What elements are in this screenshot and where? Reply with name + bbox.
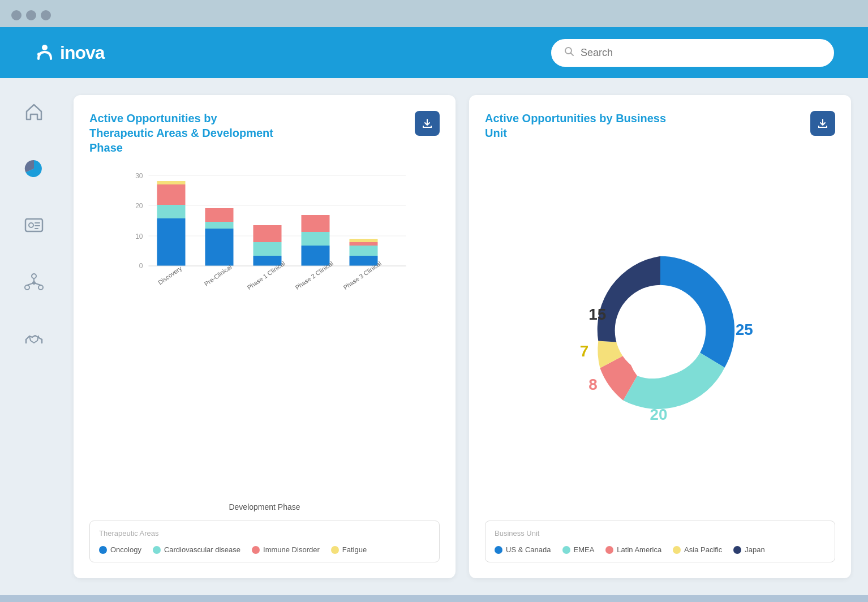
card1-download-button[interactable] <box>415 111 440 136</box>
svg-text:Pre-Clinical: Pre-Clinical <box>203 264 233 287</box>
legend-title: Therapeutic Areas <box>99 529 430 538</box>
card2-legend: Business Unit US & Canada EMEA Latin Ame… <box>485 521 835 562</box>
donut-container: 15 25 20 8 7 <box>485 149 835 511</box>
svg-point-11 <box>38 285 43 290</box>
svg-text:8: 8 <box>588 376 597 393</box>
sidebar-item-analytics[interactable] <box>17 152 51 186</box>
bar-chart-container: 30 20 10 0 <box>89 164 440 491</box>
immune-label: Immune Disorder <box>263 545 320 554</box>
svg-rect-26 <box>157 184 186 205</box>
svg-text:20: 20 <box>650 406 667 423</box>
sidebar-item-network[interactable] <box>17 265 51 299</box>
svg-rect-40 <box>350 239 378 242</box>
svg-line-3 <box>571 53 574 55</box>
fatigue-color <box>331 546 339 554</box>
legend-item-asia-pacific: Asia Pacific <box>673 545 722 554</box>
network-icon <box>22 269 46 294</box>
legend-item-fatigue: Fatigue <box>331 545 367 554</box>
asia-pacific-color <box>673 546 681 554</box>
logo-icon <box>34 42 55 63</box>
fatigue-label: Fatigue <box>342 545 367 554</box>
window-chrome <box>0 0 868 27</box>
card1-header: Active Opportunities by Therapeutic Area… <box>89 111 440 155</box>
legend-item-emea: EMEA <box>562 545 595 554</box>
card2-header: Active Opportunities by Business Unit <box>485 111 835 140</box>
logo: inova <box>34 42 105 63</box>
legend-item-immune: Immune Disorder <box>252 545 320 554</box>
emea-color <box>562 546 570 554</box>
pie-chart-icon <box>22 156 46 181</box>
svg-text:15: 15 <box>588 306 606 323</box>
home-icon <box>22 100 46 124</box>
legend-item-japan: Japan <box>733 545 764 554</box>
svg-text:20: 20 <box>135 202 143 210</box>
legend-item-cardio: Cardiovascular disease <box>153 545 240 554</box>
svg-point-15 <box>32 281 36 285</box>
svg-point-10 <box>25 285 29 290</box>
svg-text:10: 10 <box>135 233 143 240</box>
header: inova <box>0 27 868 78</box>
donut-svg: 15 25 20 8 7 <box>564 234 757 427</box>
svg-rect-32 <box>253 242 282 256</box>
svg-text:0: 0 <box>139 262 143 270</box>
emea-label: EMEA <box>574 545 595 554</box>
us-canada-label: US & Canada <box>506 545 551 554</box>
bar-chart-svg: 30 20 10 0 <box>89 164 440 322</box>
sidebar <box>0 78 68 595</box>
main-layout: Active Opportunities by Therapeutic Area… <box>0 78 868 595</box>
close-button[interactable] <box>11 10 22 20</box>
svg-point-1 <box>37 53 41 56</box>
card2-legend-title: Business Unit <box>495 529 826 538</box>
sidebar-item-partnerships[interactable] <box>17 321 51 355</box>
donut-chart-card: Active Opportunities by Business Unit <box>469 95 851 578</box>
svg-rect-35 <box>302 232 330 246</box>
legend-item-latin-america: Latin America <box>605 545 661 554</box>
svg-rect-27 <box>157 181 186 184</box>
minimize-button[interactable] <box>26 10 36 20</box>
card1-title: Active Opportunities by Therapeutic Area… <box>89 111 282 155</box>
cardio-label: Cardiovascular disease <box>164 545 240 554</box>
cardio-color <box>153 546 161 554</box>
svg-text:30: 30 <box>135 172 143 180</box>
svg-rect-25 <box>157 205 186 218</box>
legend-item-oncology: Oncology <box>99 545 141 554</box>
content-area: Active Opportunities by Therapeutic Area… <box>68 78 868 595</box>
svg-point-0 <box>42 45 48 50</box>
japan-color <box>733 546 741 554</box>
handshake-icon <box>22 326 46 351</box>
sidebar-item-contacts[interactable] <box>17 208 51 242</box>
svg-rect-39 <box>350 242 378 246</box>
svg-rect-29 <box>205 222 234 229</box>
asia-pacific-label: Asia Pacific <box>684 545 722 554</box>
sidebar-item-home[interactable] <box>17 95 51 129</box>
svg-text:25: 25 <box>735 321 753 338</box>
svg-rect-30 <box>205 208 234 222</box>
oncology-color <box>99 546 107 554</box>
svg-rect-36 <box>302 215 330 232</box>
card2-download-button[interactable] <box>810 111 835 136</box>
svg-text:7: 7 <box>579 342 588 360</box>
bar-chart-card: Active Opportunities by Therapeutic Area… <box>74 95 456 578</box>
svg-point-9 <box>32 274 36 278</box>
search-bar[interactable] <box>551 39 834 67</box>
latin-america-label: Latin America <box>617 545 661 554</box>
svg-rect-24 <box>157 218 186 266</box>
us-canada-color <box>495 546 502 554</box>
legend-item-us-canada: US & Canada <box>495 545 551 554</box>
svg-rect-33 <box>253 225 282 242</box>
svg-point-47 <box>615 285 706 376</box>
latin-america-color <box>605 546 613 554</box>
search-input[interactable] <box>581 47 822 59</box>
card1-legend: Therapeutic Areas Oncology Cardiovascula… <box>89 521 440 562</box>
svg-point-5 <box>29 223 33 227</box>
contacts-icon <box>22 213 46 238</box>
immune-color <box>252 546 260 554</box>
x-axis-label: Development Phase <box>89 502 440 511</box>
svg-text:Discovery: Discovery <box>157 265 183 286</box>
window-buttons <box>11 10 51 20</box>
svg-rect-38 <box>350 246 378 256</box>
search-icon <box>564 46 575 60</box>
logo-text: inova <box>60 42 105 63</box>
oncology-label: Oncology <box>110 545 141 554</box>
maximize-button[interactable] <box>41 10 51 20</box>
